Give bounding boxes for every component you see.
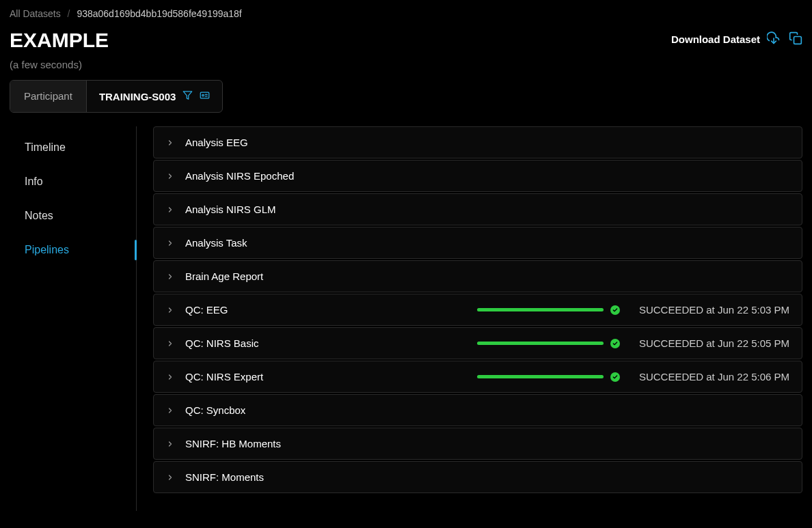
pipeline-name: Brain Age Report (185, 270, 377, 282)
chevron-right-icon[interactable] (166, 206, 174, 214)
chevron-right-icon[interactable] (166, 339, 174, 348)
progress-bar (477, 375, 604, 378)
download-dataset-button[interactable]: Download Dataset (671, 31, 781, 47)
check-circle-icon (610, 339, 620, 348)
pipeline-name: QC: EEG (185, 304, 377, 316)
breadcrumb-current: 938a06d169bd4bb19d586fe49199a18f (77, 8, 241, 19)
content-area: TimelineInfoNotesPipelines Analysis EEGA… (0, 126, 812, 511)
pipeline-status: SUCCEEDED at Jun 22 5:06 PM (639, 371, 789, 383)
pipeline-name: Analysis NIRS Epoched (185, 170, 377, 182)
filter-icon[interactable] (182, 90, 193, 102)
svg-marker-2 (184, 92, 193, 99)
pipeline-name: QC: Syncbox (185, 404, 377, 416)
sidebar-item-pipelines[interactable]: Pipelines (10, 233, 136, 267)
download-label: Download Dataset (671, 33, 760, 45)
pipeline-row[interactable]: QC: EEGSUCCEEDED at Jun 22 5:03 PM (153, 294, 802, 326)
chevron-right-icon[interactable] (166, 306, 174, 314)
breadcrumb: All Datasets / 938a06d169bd4bb19d586fe49… (0, 0, 812, 25)
subtitle-timestamp: (a few seconds) (0, 55, 812, 80)
pipeline-row[interactable]: QC: Syncbox (153, 394, 802, 426)
page-title: EXAMPLE (10, 29, 109, 52)
participant-value: TRAINING-S003 (99, 91, 176, 102)
chevron-right-icon[interactable] (166, 373, 174, 381)
pipeline-name: Analysis Task (185, 237, 377, 249)
header-row: EXAMPLE Download Dataset (0, 25, 812, 55)
chevron-right-icon[interactable] (166, 406, 174, 415)
id-card-icon[interactable] (200, 90, 210, 102)
pipeline-progress (477, 372, 620, 382)
pipeline-name: Analysis NIRS GLM (185, 204, 377, 215)
pipeline-row[interactable]: QC: NIRS ExpertSUCCEEDED at Jun 22 5:06 … (153, 361, 802, 393)
participant-value-area[interactable]: TRAINING-S003 (87, 81, 223, 112)
sidebar-item-timeline[interactable]: Timeline (10, 130, 136, 165)
breadcrumb-root-link[interactable]: All Datasets (10, 8, 61, 19)
chevron-right-icon[interactable] (166, 473, 174, 482)
pipeline-name: SNIRF: Moments (185, 471, 377, 483)
cloud-download-icon (767, 31, 781, 47)
pipeline-progress (477, 339, 620, 348)
svg-point-4 (202, 94, 204, 96)
pipeline-row[interactable]: Analysis NIRS GLM (153, 193, 802, 225)
pipeline-name: SNIRF: HB Moments (185, 438, 377, 449)
progress-bar (477, 342, 604, 345)
participant-label: Participant (10, 81, 87, 112)
pipeline-status: SUCCEEDED at Jun 22 5:03 PM (639, 304, 789, 316)
chevron-right-icon[interactable] (166, 273, 174, 281)
chevron-right-icon[interactable] (166, 172, 174, 180)
participant-row: Participant TRAINING-S003 (0, 80, 812, 126)
pipeline-row[interactable]: Analysis EEG (153, 126, 802, 158)
check-circle-icon (610, 372, 620, 382)
pipeline-row[interactable]: QC: NIRS BasicSUCCEEDED at Jun 22 5:05 P… (153, 327, 802, 359)
svg-rect-1 (794, 37, 802, 44)
pipeline-name: QC: NIRS Basic (185, 337, 377, 349)
sidebar-item-info[interactable]: Info (10, 165, 136, 199)
check-circle-icon (610, 305, 620, 315)
pipelines-panel: Analysis EEGAnalysis NIRS EpochedAnalysi… (137, 126, 802, 511)
chevron-right-icon[interactable] (166, 440, 174, 448)
copy-icon (789, 36, 802, 47)
breadcrumb-separator: / (68, 8, 70, 19)
pipeline-row[interactable]: SNIRF: Moments (153, 461, 802, 493)
chevron-right-icon[interactable] (166, 139, 174, 147)
participant-pill: Participant TRAINING-S003 (10, 80, 223, 113)
pipeline-row[interactable]: Analysis NIRS Epoched (153, 160, 802, 192)
chevron-right-icon[interactable] (166, 239, 174, 247)
pipeline-row[interactable]: SNIRF: HB Moments (153, 428, 802, 460)
pipeline-name: Analysis EEG (185, 137, 377, 148)
pipeline-name: QC: NIRS Expert (185, 371, 377, 383)
sidebar-item-notes[interactable]: Notes (10, 199, 136, 233)
pipeline-row[interactable]: Analysis Task (153, 227, 802, 259)
copy-button[interactable] (789, 31, 802, 47)
download-area: Download Dataset (671, 29, 802, 47)
sidebar: TimelineInfoNotesPipelines (10, 126, 137, 511)
progress-bar (477, 308, 604, 311)
pipeline-status: SUCCEEDED at Jun 22 5:05 PM (639, 337, 789, 349)
pipeline-progress (477, 305, 620, 315)
pipeline-row[interactable]: Brain Age Report (153, 260, 802, 292)
